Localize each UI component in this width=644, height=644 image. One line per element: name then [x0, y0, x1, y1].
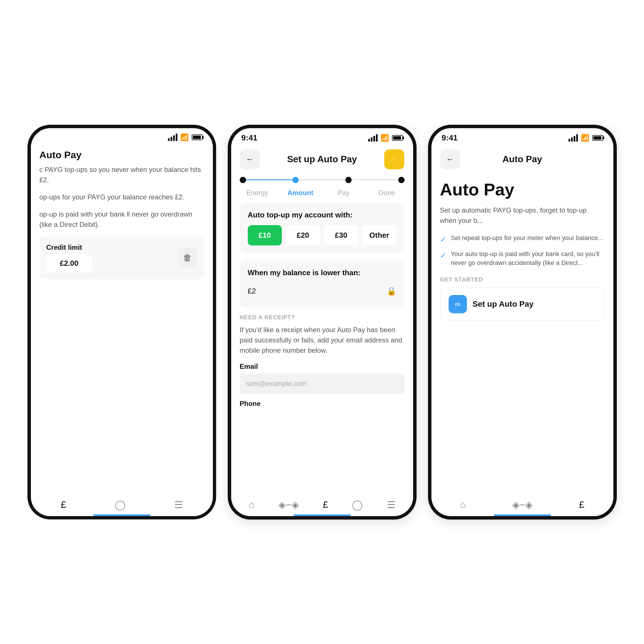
right-content-area: Auto Pay Set up automatic PAYG top-ups, … — [431, 174, 613, 495]
credit-section: Credit limit £2.00 — [46, 243, 177, 272]
amount-10-button[interactable]: £10 — [248, 225, 282, 245]
center-nav-help[interactable]: ◯ — [352, 499, 363, 510]
auto-topup-title: Auto top-up my account with: — [248, 211, 397, 219]
right-status-icons: 📶 — [568, 134, 603, 142]
amount-buttons-group: £10 £20 £30 Other — [248, 225, 397, 245]
trash-icon: 🗑 — [183, 253, 192, 263]
benefit-text-1: Set repeat top-ups for your meter when y… — [451, 234, 603, 245]
balance-title: When my balance is lower than: — [248, 268, 397, 277]
center-navbar: ← Set up Auto Pay ⚡ — [231, 145, 413, 174]
step-dot-amount — [292, 177, 299, 183]
center-bottom-nav: ⌂ ◈−◈ £ ◯ ☰ — [231, 495, 413, 516]
left-nav-menu[interactable]: ☰ — [174, 499, 183, 510]
right-nav-title: Auto Pay — [502, 154, 542, 165]
benefits-list: ✓ Set repeat top-ups for your meter when… — [440, 234, 605, 267]
back-button[interactable]: ← — [240, 149, 260, 169]
right-nav-payments[interactable]: £ — [579, 499, 584, 510]
right-bottom-nav: ⌂ ◈−◈ £ — [431, 495, 613, 516]
center-phone: 9:41 📶 ← Set up Auto Pay ⚡ — [228, 125, 417, 520]
credit-amount: £2.00 — [46, 254, 92, 272]
balance-value: £2 — [248, 287, 256, 296]
right-usage-icon: ◈−◈ — [512, 499, 533, 510]
left-screen: Auto Pay c PAYG top-ups so you never whe… — [31, 144, 213, 516]
battery-icon — [192, 134, 203, 140]
center-signal-icon — [368, 134, 378, 142]
credit-limit-card: Credit limit £2.00 🗑 — [39, 237, 204, 279]
center-nav-payments[interactable]: £ — [323, 499, 328, 510]
progress-track — [231, 174, 413, 189]
step-dot-done — [398, 177, 405, 183]
benefit-text-2: Your auto top-up is paid with your bank … — [451, 250, 605, 267]
receipt-section-label: NEED A RECEIPT? — [240, 314, 405, 321]
left-nav-payments[interactable]: £ — [61, 499, 66, 510]
left-desc-2: op-ups for your PAYG your balance reache… — [39, 192, 204, 202]
right-phone: 9:41 📶 ← Auto Pay Auto Pay — [428, 125, 617, 520]
center-payments-icon: £ — [323, 499, 328, 510]
step-label-amount: Amount — [279, 189, 322, 197]
signal-bars-icon — [168, 134, 177, 141]
menu-icon: ☰ — [174, 499, 183, 510]
left-nav-help[interactable]: ◯ — [115, 499, 126, 510]
step-label-done: Done — [365, 189, 409, 197]
left-page-title: Auto Pay — [39, 149, 204, 160]
center-nav-usage[interactable]: ◈−◈ — [278, 499, 299, 510]
right-nav-home[interactable]: ⌂ — [460, 499, 466, 510]
email-input[interactable]: sam@example.com — [240, 373, 405, 394]
center-content: Auto top-up my account with: £10 £20 £30… — [231, 200, 413, 495]
lightning-icon: ⚡ — [389, 154, 400, 164]
delete-button[interactable]: 🗑 — [177, 248, 197, 268]
payments-icon: £ — [61, 499, 66, 510]
step-labels: Energy Amount Pay Done — [231, 189, 413, 200]
center-nav-title: Set up Auto Pay — [287, 154, 357, 165]
step-line-1 — [246, 179, 293, 180]
step-dot-energy — [240, 177, 246, 183]
infinity-symbol: ∞ — [455, 300, 461, 309]
step-line-2 — [299, 179, 345, 180]
center-wifi-icon: 📶 — [381, 134, 389, 142]
step-label-energy: Energy — [236, 189, 279, 197]
right-battery-icon — [592, 135, 603, 141]
auto-pay-description: Set up automatic PAYG top-ups, forget to… — [440, 205, 605, 226]
lock-icon: 🔒 — [387, 286, 397, 296]
center-status-bar: 9:41 📶 — [231, 128, 413, 145]
left-status-icons: 📶 — [168, 133, 203, 141]
left-content-area: Auto Pay c PAYG top-ups so you never whe… — [31, 144, 213, 495]
center-battery-icon — [392, 135, 403, 141]
center-time: 9:41 — [241, 133, 257, 142]
right-nav-usage[interactable]: ◈−◈ — [512, 499, 533, 510]
center-status-icons: 📶 — [368, 134, 403, 142]
left-phone: 📶 Auto Pay c PAYG top-ups so you never w… — [27, 125, 216, 520]
infinity-icon: ∞ — [449, 295, 467, 313]
right-navbar: ← Auto Pay — [431, 145, 613, 174]
left-desc-3: op-up is paid with your bank ll never go… — [39, 209, 204, 230]
center-nav-home[interactable]: ⌂ — [249, 499, 255, 510]
right-screen: ← Auto Pay Auto Pay Set up automatic PAY… — [431, 145, 613, 516]
auto-topup-card: Auto top-up my account with: £10 £20 £30… — [240, 203, 405, 253]
step-label-pay: Pay — [322, 189, 365, 197]
right-status-bar: 9:41 📶 — [431, 128, 613, 145]
right-back-arrow-icon: ← — [446, 155, 454, 164]
right-time: 9:41 — [442, 133, 458, 142]
center-screen: ← Set up Auto Pay ⚡ Energy Amount — [231, 145, 413, 516]
right-home-icon: ⌂ — [460, 499, 466, 510]
amount-20-button[interactable]: £20 — [286, 225, 320, 245]
wifi-icon: 📶 — [180, 133, 189, 141]
receipt-desc: If you'd like a receipt when your Auto P… — [240, 325, 405, 356]
step-line-3 — [352, 179, 398, 180]
usage-icon: ◈−◈ — [278, 499, 299, 510]
back-arrow-icon: ← — [246, 155, 254, 164]
right-signal-icon — [568, 134, 578, 142]
center-nav-menu[interactable]: ☰ — [387, 499, 395, 510]
right-payments-icon: £ — [579, 499, 584, 510]
amount-30-button[interactable]: £30 — [324, 225, 358, 245]
auto-pay-heading: Auto Pay — [440, 180, 605, 199]
benefit-item-1: ✓ Set repeat top-ups for your meter when… — [440, 234, 605, 245]
checkmark-icon-2: ✓ — [440, 250, 446, 267]
balance-row: £2 🔒 — [248, 283, 397, 299]
setup-autopay-button[interactable]: ∞ Set up Auto Pay — [440, 288, 605, 321]
lightning-button[interactable]: ⚡ — [384, 149, 404, 169]
scene: 📶 Auto Pay c PAYG top-ups so you never w… — [0, 0, 644, 644]
right-back-button[interactable]: ← — [440, 149, 460, 169]
amount-other-button[interactable]: Other — [362, 225, 397, 245]
phone-field-label: Phone — [240, 400, 405, 408]
